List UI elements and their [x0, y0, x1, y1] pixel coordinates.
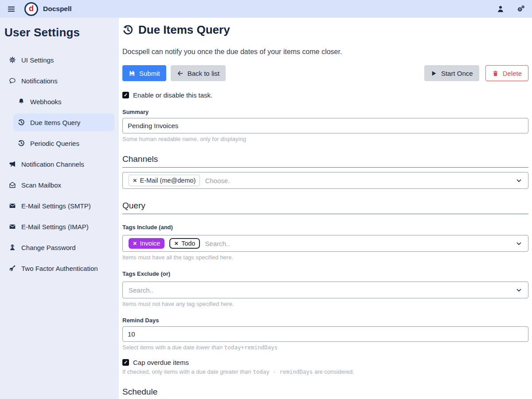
bullhorn-icon — [9, 160, 16, 168]
main-content: Due Items Query Docspell can notify you … — [119, 18, 532, 399]
hamburger-menu-icon[interactable] — [7, 5, 16, 13]
summary-help: Some human readable name, only for displ… — [122, 136, 528, 142]
enable-task-label: Enable or disable this task. — [133, 91, 212, 99]
tags-include-help: Items must have all the tags specified h… — [122, 254, 528, 261]
cap-overdue-checkbox[interactable]: ✓ — [122, 359, 129, 366]
sidebar-item-label: Periodic Queries — [30, 140, 79, 147]
top-navbar: d Docspell — [0, 0, 532, 18]
sidebar-item-label: Notifications — [21, 77, 58, 85]
query-section-header: Query — [122, 201, 528, 214]
schedule-section-header: Schedule — [122, 387, 528, 399]
trash-icon — [492, 70, 499, 77]
arrow-left-icon — [177, 70, 184, 77]
page-title: Due Items Query — [122, 23, 528, 37]
sidebar-item-label: E-Mail Settings (IMAP) — [21, 223, 89, 231]
play-icon — [430, 70, 437, 77]
settings-sidebar: User Settings UI Settings Notifications … — [0, 18, 119, 399]
tags-exclude-label: Tags Exclude (or) — [122, 270, 528, 277]
user-secret-icon — [9, 244, 16, 251]
remove-chip-icon[interactable]: × — [133, 177, 137, 184]
sidebar-item-change-password[interactable]: Change Password — [4, 239, 114, 256]
sidebar-item-email-imap[interactable]: E-Mail Settings (IMAP) — [4, 218, 114, 235]
sidebar-item-label: Due Items Query — [30, 119, 80, 126]
tags-exclude-multiselect[interactable]: Search.. — [122, 282, 528, 298]
bell-icon — [18, 98, 25, 105]
remind-days-label: Remind Days — [122, 317, 528, 324]
sidebar-item-periodic-queries[interactable]: Periodic Queries — [13, 134, 114, 152]
sidebar-item-label: Scan Mailbox — [21, 181, 61, 189]
save-icon — [129, 70, 135, 77]
page-description: Docspell can notify you once the due dat… — [122, 48, 528, 56]
brand[interactable]: d Docspell — [24, 2, 72, 16]
remind-days-input[interactable] — [122, 326, 528, 342]
sidebar-item-label: UI Settings — [21, 56, 54, 64]
history-icon — [18, 140, 25, 147]
gear-icon — [9, 56, 16, 63]
summary-label: Summary — [122, 109, 528, 115]
sidebar-item-label: E-Mail Settings (SMTP) — [21, 202, 91, 210]
sidebar-item-ui-settings[interactable]: UI Settings — [4, 51, 114, 69]
start-once-button[interactable]: Start Once — [424, 65, 479, 81]
chevron-down-icon — [516, 177, 522, 184]
remind-days-help: Select items with a due date lower than … — [122, 344, 528, 351]
sidebar-item-label: Notification Channels — [21, 160, 84, 168]
envelope-icon — [9, 223, 16, 230]
gears-settings-icon[interactable] — [517, 5, 525, 13]
remove-chip-icon[interactable]: × — [133, 240, 137, 247]
tag-chip-todo[interactable]: × Todo — [169, 238, 200, 249]
tag-chip-invoice[interactable]: × Invoice — [129, 238, 164, 249]
back-to-list-button[interactable]: Back to list — [171, 65, 226, 81]
cap-overdue-label: Cap overdue items — [133, 359, 189, 366]
toolbar-left: Submit Back to list — [122, 65, 226, 81]
channels-placeholder: Choose. — [205, 177, 230, 184]
channels-multiselect[interactable]: × E-Mail (me@demo) Choose. — [122, 172, 528, 189]
key-icon — [9, 265, 16, 272]
sidebar-item-due-items-query[interactable]: Due Items Query — [13, 113, 114, 131]
sidebar-item-scan-mailbox[interactable]: Scan Mailbox — [4, 176, 114, 194]
sidebar-title: User Settings — [4, 26, 114, 39]
envelope-open-icon — [9, 181, 16, 188]
brand-name: Docspell — [43, 5, 72, 13]
toolbar: Submit Back to list Start Once Delete — [122, 65, 528, 81]
tags-exclude-help: Items must not have any tag specified he… — [122, 301, 528, 307]
remove-chip-icon[interactable]: × — [174, 240, 178, 247]
enable-task-checkbox[interactable]: ✓ — [122, 92, 129, 98]
history-icon — [18, 119, 25, 126]
tags-exclude-placeholder: Search.. — [129, 286, 153, 294]
channel-chip-email[interactable]: × E-Mail (me@demo) — [129, 175, 200, 186]
user-account-icon[interactable] — [497, 5, 505, 13]
tags-include-placeholder: Search.. — [205, 240, 230, 247]
comment-icon — [9, 77, 16, 84]
sidebar-item-label: Change Password — [21, 244, 76, 251]
cap-overdue-help: If checked, only items with a due date g… — [122, 368, 528, 375]
sidebar-item-webhooks[interactable]: Webhooks — [13, 93, 114, 110]
chevron-down-icon — [516, 240, 522, 247]
sidebar-item-notifications[interactable]: Notifications — [4, 72, 114, 90]
sidebar-item-label: Webhooks — [30, 98, 62, 106]
delete-button[interactable]: Delete — [485, 65, 528, 81]
history-icon — [122, 24, 133, 35]
toolbar-right: Start Once Delete — [424, 65, 528, 81]
channels-section-header: Channels — [122, 154, 528, 168]
submit-button[interactable]: Submit — [122, 65, 166, 81]
sidebar-item-label: Two Factor Authentication — [21, 265, 98, 272]
tags-include-label: Tags Include (and) — [122, 224, 528, 231]
docspell-app: d Docspell User Settings UI Settings — [0, 0, 532, 399]
navbar-right — [497, 5, 525, 13]
enable-task-row: ✓ Enable or disable this task. — [122, 91, 528, 99]
chevron-down-icon — [516, 287, 522, 293]
docspell-logo-icon: d — [24, 2, 38, 16]
cap-overdue-row: ✓ Cap overdue items — [122, 359, 528, 366]
summary-input[interactable] — [122, 118, 528, 133]
envelope-icon — [9, 202, 16, 209]
sidebar-item-two-factor-auth[interactable]: Two Factor Authentication — [4, 259, 114, 277]
tags-include-multiselect[interactable]: × Invoice × Todo Search.. — [122, 235, 528, 252]
sidebar-item-notification-channels[interactable]: Notification Channels — [4, 155, 114, 173]
sidebar-item-email-smtp[interactable]: E-Mail Settings (SMTP) — [4, 197, 114, 215]
